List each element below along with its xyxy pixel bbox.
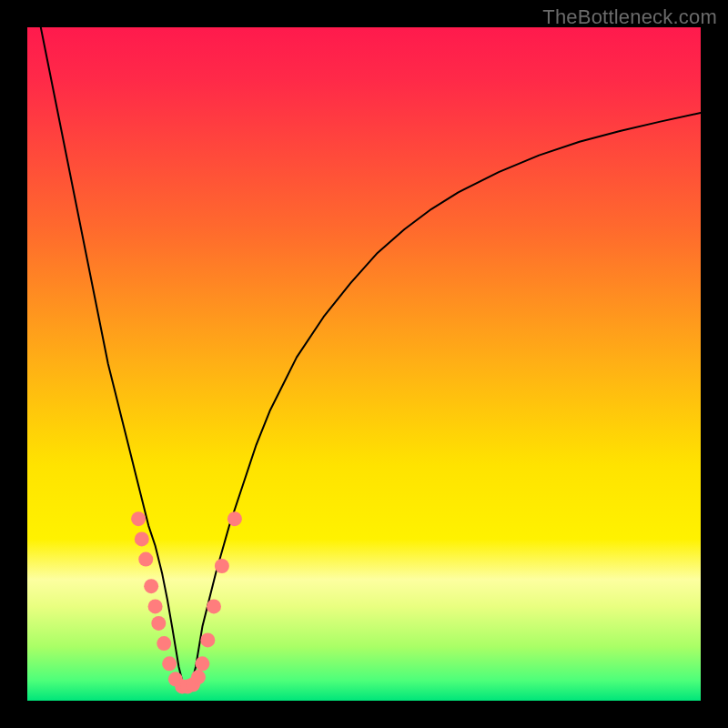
cluster-dot [157,636,171,651]
cluster-dot [215,559,229,573]
cluster-dot [135,531,149,546]
cluster-dot [131,511,146,526]
cluster-dot [195,656,209,671]
cluster-dot [162,656,177,671]
cluster-dot [144,579,158,593]
gradient-rect [27,27,701,701]
chart-frame: TheBottleneck.com [0,0,728,728]
cluster-dot [191,670,206,684]
cluster-dot [151,616,166,631]
cluster-dot [200,632,215,647]
cluster-dot [228,511,242,526]
plot-area [27,27,701,701]
watermark-text: TheBottleneck.com [542,5,717,29]
gradient-background [27,27,701,701]
cluster-dot [207,599,221,613]
cluster-dot [138,552,153,567]
cluster-dot [148,599,163,613]
